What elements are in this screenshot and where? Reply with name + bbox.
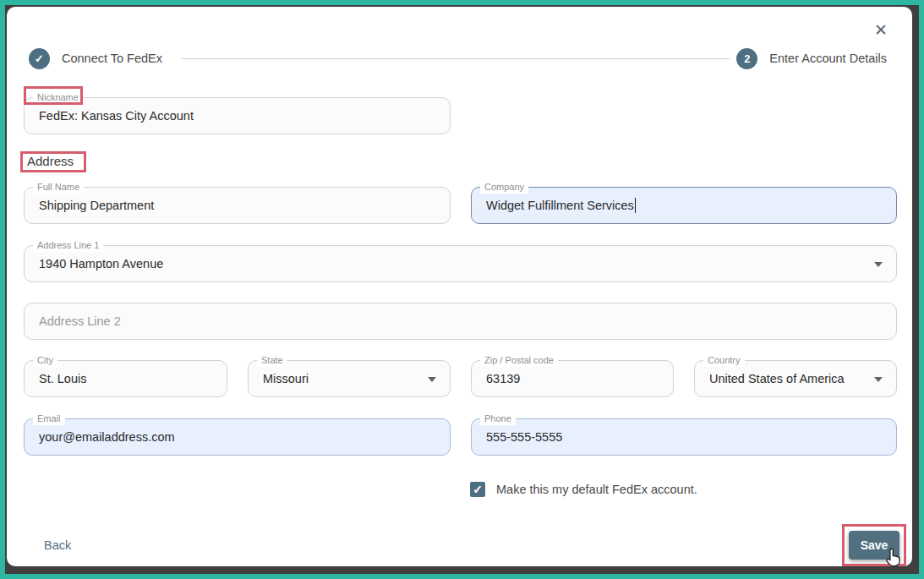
full-name-field[interactable]: Full Name [24, 187, 451, 224]
close-icon[interactable]: ✕ [870, 19, 892, 41]
city-label: City [33, 354, 57, 367]
annotation-highlight-address: Address [20, 151, 86, 172]
stepper-connector [181, 58, 730, 59]
address-line-2-input[interactable] [25, 303, 896, 339]
default-account-row: ✓ Make this my default FedEx account. [470, 482, 697, 497]
address-line-1-select[interactable]: 1940 Hampton Avenue [25, 246, 896, 281]
city-field[interactable]: City [24, 360, 227, 397]
address-section-title: Address [27, 154, 74, 168]
nickname-input[interactable] [25, 98, 450, 134]
company-label: Company [480, 181, 528, 194]
full-name-label: Full Name [33, 181, 84, 194]
dropdown-arrow-icon[interactable] [874, 262, 883, 267]
dropdown-arrow-icon[interactable] [874, 377, 883, 382]
default-account-label: Make this my default FedEx account. [496, 483, 697, 496]
cursor-icon [883, 546, 905, 568]
email-label: Email [33, 412, 65, 425]
step1-check-icon: ✓ [29, 48, 50, 69]
country-label: Country [703, 354, 745, 367]
email-input[interactable] [25, 419, 450, 455]
company-input[interactable]: Widget Fulfillment Services [472, 188, 896, 223]
company-value: Widget Fulfillment Services [486, 199, 634, 212]
zip-label: Zip / Postal code [480, 354, 558, 367]
step2-number-badge: 2 [736, 48, 757, 69]
account-details-dialog: ✕ ✓ Connect To FedEx 2 Enter Account Det… [7, 7, 912, 566]
address-line-1-label: Address Line 1 [33, 239, 103, 252]
back-button[interactable]: Back [44, 538, 71, 552]
address-line-1-field[interactable]: Address Line 1 1940 Hampton Avenue [24, 245, 897, 282]
phone-field[interactable]: Phone [471, 418, 897, 456]
phone-label: Phone [480, 412, 516, 425]
state-label: State [257, 354, 287, 367]
nickname-field[interactable]: Nickname [24, 97, 451, 134]
text-cursor-caret [635, 198, 637, 213]
phone-input[interactable] [472, 419, 896, 455]
dropdown-arrow-icon[interactable] [428, 377, 436, 382]
step2-label: Enter Account Details [769, 52, 887, 65]
state-field[interactable]: State Missouri [248, 360, 451, 397]
default-account-checkbox[interactable]: ✓ [470, 482, 485, 497]
step1-label: Connect To FedEx [62, 52, 162, 65]
wizard-stepper: ✓ Connect To FedEx 2 Enter Account Detai… [29, 46, 887, 70]
email-field[interactable]: Email [24, 418, 451, 456]
zip-field[interactable]: Zip / Postal code [471, 360, 674, 397]
nickname-label: Nickname [33, 91, 83, 104]
address-line-2-field[interactable] [24, 303, 897, 340]
country-field[interactable]: Country United States of America [694, 360, 897, 397]
full-name-input[interactable] [25, 188, 450, 223]
company-field[interactable]: Company Widget Fulfillment Services [471, 187, 897, 224]
